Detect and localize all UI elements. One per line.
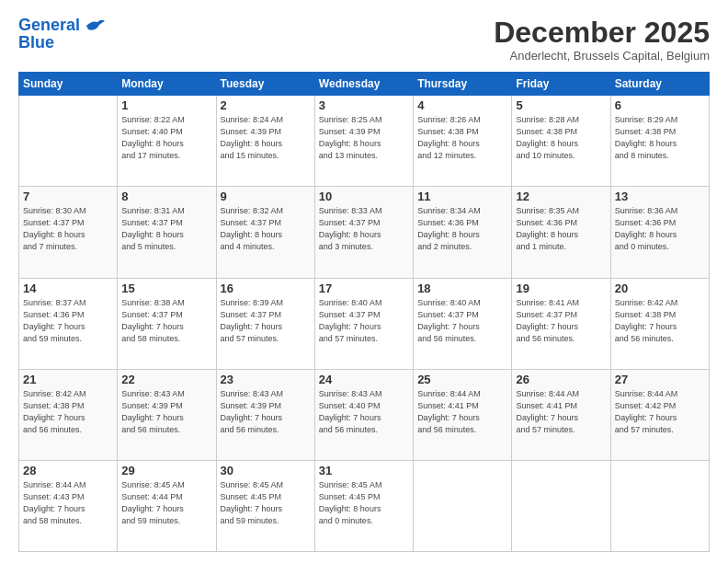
day-info: Sunrise: 8:39 AM Sunset: 4:37 PM Dayligh… — [221, 297, 311, 345]
calendar-cell-w5-d1: 28Sunrise: 8:44 AM Sunset: 4:43 PM Dayli… — [19, 460, 118, 551]
logo: General Blue — [18, 17, 105, 52]
day-number: 7 — [23, 190, 113, 203]
day-info: Sunrise: 8:45 AM Sunset: 4:45 PM Dayligh… — [221, 479, 311, 527]
calendar-cell-w1-d3: 2Sunrise: 8:24 AM Sunset: 4:39 PM Daylig… — [216, 96, 314, 187]
calendar-cell-w3-d6: 19Sunrise: 8:41 AM Sunset: 4:37 PM Dayli… — [512, 278, 610, 369]
day-info: Sunrise: 8:44 AM Sunset: 4:43 PM Dayligh… — [23, 479, 113, 527]
logo-general: General — [18, 16, 80, 34]
day-info: Sunrise: 8:41 AM Sunset: 4:37 PM Dayligh… — [516, 297, 606, 345]
day-number: 17 — [319, 282, 409, 295]
calendar-cell-w2-d3: 9Sunrise: 8:32 AM Sunset: 4:37 PM Daylig… — [216, 187, 314, 278]
day-info: Sunrise: 8:29 AM Sunset: 4:38 PM Dayligh… — [615, 114, 705, 162]
calendar-cell-w4-d3: 23Sunrise: 8:43 AM Sunset: 4:39 PM Dayli… — [216, 369, 314, 460]
day-info: Sunrise: 8:40 AM Sunset: 4:37 PM Dayligh… — [319, 297, 409, 345]
day-number: 3 — [319, 98, 409, 112]
day-number: 9 — [221, 190, 311, 203]
col-saturday: Saturday — [610, 73, 709, 96]
calendar-cell-w1-d2: 1Sunrise: 8:22 AM Sunset: 4:40 PM Daylig… — [118, 96, 216, 187]
calendar-week-2: 7Sunrise: 8:30 AM Sunset: 4:37 PM Daylig… — [19, 187, 710, 278]
day-number: 4 — [417, 98, 507, 112]
day-number: 20 — [615, 282, 705, 295]
day-number: 28 — [23, 464, 113, 477]
calendar-cell-w4-d4: 24Sunrise: 8:43 AM Sunset: 4:40 PM Dayli… — [314, 369, 413, 460]
calendar-cell-w1-d5: 4Sunrise: 8:26 AM Sunset: 4:38 PM Daylig… — [414, 96, 512, 187]
day-number: 13 — [615, 190, 705, 203]
day-number: 16 — [221, 282, 311, 295]
day-info: Sunrise: 8:22 AM Sunset: 4:40 PM Dayligh… — [121, 114, 211, 162]
day-number: 23 — [221, 373, 311, 386]
calendar-cell-w3-d4: 17Sunrise: 8:40 AM Sunset: 4:37 PM Dayli… — [314, 278, 413, 369]
day-info: Sunrise: 8:45 AM Sunset: 4:44 PM Dayligh… — [121, 479, 211, 527]
logo-bird-icon — [85, 18, 105, 33]
day-number: 10 — [319, 190, 409, 203]
calendar-cell-w3-d3: 16Sunrise: 8:39 AM Sunset: 4:37 PM Dayli… — [216, 278, 314, 369]
calendar-cell-w5-d2: 29Sunrise: 8:45 AM Sunset: 4:44 PM Dayli… — [118, 460, 216, 551]
day-number: 25 — [417, 373, 507, 386]
calendar-cell-w2-d1: 7Sunrise: 8:30 AM Sunset: 4:37 PM Daylig… — [19, 187, 118, 278]
calendar-cell-w3-d5: 18Sunrise: 8:40 AM Sunset: 4:37 PM Dayli… — [414, 278, 512, 369]
day-number: 30 — [221, 464, 311, 477]
day-number: 8 — [121, 190, 211, 203]
day-number: 18 — [417, 282, 507, 295]
day-info: Sunrise: 8:30 AM Sunset: 4:37 PM Dayligh… — [23, 205, 113, 253]
day-number: 6 — [615, 98, 705, 112]
day-info: Sunrise: 8:37 AM Sunset: 4:36 PM Dayligh… — [23, 297, 113, 345]
calendar-week-4: 21Sunrise: 8:42 AM Sunset: 4:38 PM Dayli… — [19, 369, 710, 460]
day-number: 22 — [121, 373, 211, 386]
calendar-cell-w3-d2: 15Sunrise: 8:38 AM Sunset: 4:37 PM Dayli… — [118, 278, 216, 369]
calendar-header-row: Sunday Monday Tuesday Wednesday Thursday… — [19, 73, 710, 96]
calendar-cell-w2-d7: 13Sunrise: 8:36 AM Sunset: 4:36 PM Dayli… — [610, 187, 709, 278]
day-info: Sunrise: 8:34 AM Sunset: 4:36 PM Dayligh… — [417, 205, 507, 253]
col-monday: Monday — [118, 73, 216, 96]
day-info: Sunrise: 8:44 AM Sunset: 4:42 PM Dayligh… — [615, 388, 705, 436]
col-sunday: Sunday — [19, 73, 118, 96]
day-number: 15 — [121, 282, 211, 295]
page: General Blue December 2025 Anderlecht, B… — [0, 0, 728, 563]
calendar-cell-w4-d5: 25Sunrise: 8:44 AM Sunset: 4:41 PM Dayli… — [414, 369, 512, 460]
day-info: Sunrise: 8:40 AM Sunset: 4:37 PM Dayligh… — [417, 297, 507, 345]
calendar-cell-w4-d1: 21Sunrise: 8:42 AM Sunset: 4:38 PM Dayli… — [19, 369, 118, 460]
day-number: 24 — [319, 373, 409, 386]
day-info: Sunrise: 8:25 AM Sunset: 4:39 PM Dayligh… — [319, 114, 409, 162]
location-subtitle: Anderlecht, Brussels Capital, Belgium — [494, 49, 710, 63]
calendar-cell-w1-d1 — [19, 96, 118, 187]
col-friday: Friday — [512, 73, 610, 96]
day-number: 31 — [319, 464, 409, 477]
calendar-week-5: 28Sunrise: 8:44 AM Sunset: 4:43 PM Dayli… — [19, 460, 710, 551]
calendar-week-3: 14Sunrise: 8:37 AM Sunset: 4:36 PM Dayli… — [19, 278, 710, 369]
day-number: 26 — [516, 373, 606, 386]
calendar-week-1: 1Sunrise: 8:22 AM Sunset: 4:40 PM Daylig… — [19, 96, 710, 187]
calendar-cell-w3-d1: 14Sunrise: 8:37 AM Sunset: 4:36 PM Dayli… — [19, 278, 118, 369]
day-info: Sunrise: 8:43 AM Sunset: 4:40 PM Dayligh… — [319, 388, 409, 436]
day-info: Sunrise: 8:43 AM Sunset: 4:39 PM Dayligh… — [221, 388, 311, 436]
logo-blue: Blue — [18, 33, 54, 52]
day-info: Sunrise: 8:31 AM Sunset: 4:37 PM Dayligh… — [121, 205, 211, 253]
calendar-cell-w5-d5 — [414, 460, 512, 551]
day-info: Sunrise: 8:44 AM Sunset: 4:41 PM Dayligh… — [516, 388, 606, 436]
calendar-cell-w5-d3: 30Sunrise: 8:45 AM Sunset: 4:45 PM Dayli… — [216, 460, 314, 551]
day-number: 19 — [516, 282, 606, 295]
day-info: Sunrise: 8:26 AM Sunset: 4:38 PM Dayligh… — [417, 114, 507, 162]
day-info: Sunrise: 8:36 AM Sunset: 4:36 PM Dayligh… — [615, 205, 705, 253]
day-info: Sunrise: 8:33 AM Sunset: 4:37 PM Dayligh… — [319, 205, 409, 253]
day-info: Sunrise: 8:38 AM Sunset: 4:37 PM Dayligh… — [121, 297, 211, 345]
day-info: Sunrise: 8:32 AM Sunset: 4:37 PM Dayligh… — [221, 205, 311, 253]
day-number: 14 — [23, 282, 113, 295]
day-number: 27 — [615, 373, 705, 386]
header: General Blue December 2025 Anderlecht, B… — [18, 17, 710, 63]
calendar-cell-w4-d2: 22Sunrise: 8:43 AM Sunset: 4:39 PM Dayli… — [118, 369, 216, 460]
calendar-cell-w2-d2: 8Sunrise: 8:31 AM Sunset: 4:37 PM Daylig… — [118, 187, 216, 278]
day-info: Sunrise: 8:24 AM Sunset: 4:39 PM Dayligh… — [221, 114, 311, 162]
day-number: 11 — [417, 190, 507, 203]
calendar-cell-w2-d5: 11Sunrise: 8:34 AM Sunset: 4:36 PM Dayli… — [414, 187, 512, 278]
day-number: 1 — [121, 98, 211, 112]
day-info: Sunrise: 8:35 AM Sunset: 4:36 PM Dayligh… — [516, 205, 606, 253]
col-tuesday: Tuesday — [216, 73, 314, 96]
calendar-cell-w5-d7 — [610, 460, 709, 551]
day-number: 2 — [221, 98, 311, 112]
calendar-cell-w2-d4: 10Sunrise: 8:33 AM Sunset: 4:37 PM Dayli… — [314, 187, 413, 278]
col-thursday: Thursday — [414, 73, 512, 96]
calendar-cell-w1-d6: 5Sunrise: 8:28 AM Sunset: 4:38 PM Daylig… — [512, 96, 610, 187]
day-info: Sunrise: 8:43 AM Sunset: 4:39 PM Dayligh… — [121, 388, 211, 436]
day-info: Sunrise: 8:42 AM Sunset: 4:38 PM Dayligh… — [23, 388, 113, 436]
